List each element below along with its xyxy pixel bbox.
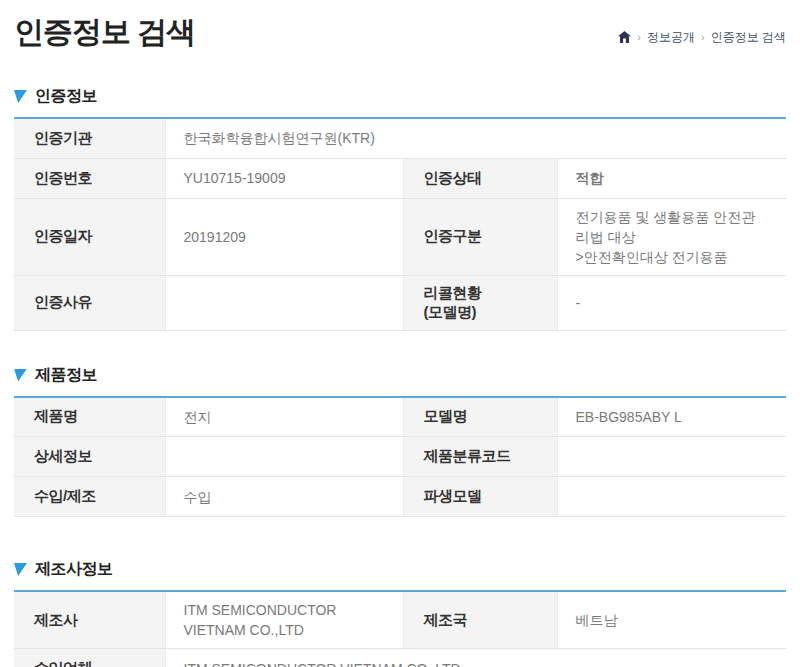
section-header: 인증정보: [14, 86, 786, 107]
section-flag-icon: [14, 90, 27, 103]
certification-table: 인증기관 한국화학융합시험연구원(KTR) 인증번호 YU10715-19009…: [14, 117, 786, 331]
section-flag-icon: [14, 369, 27, 382]
breadcrumb-item-info-disclosure[interactable]: 정보공개: [647, 29, 695, 46]
table-row: 제품명 전지 모델명 EB-BG985ABY L: [14, 397, 786, 437]
home-icon[interactable]: [618, 31, 631, 43]
section-header: 제품정보: [14, 365, 786, 386]
row-label: 인증번호: [14, 158, 165, 198]
row-label: 리콜현황 (모델명): [403, 275, 557, 330]
row-label: 수입업체: [14, 649, 165, 667]
breadcrumb-separator: ›: [637, 31, 641, 43]
table-row: 인증번호 YU10715-19009 인증상태 적합: [14, 158, 786, 198]
row-label: 수입/제조: [14, 477, 165, 517]
table-row: 인증일자 20191209 인증구분 전기용품 및 생활용품 안전관리법 대상 …: [14, 198, 786, 275]
row-value: ITM SEMICONDUCTOR VIETNAM CO.,LTD: [165, 649, 786, 667]
row-label: 인증일자: [14, 198, 165, 275]
label-line: 리콜현황: [424, 284, 539, 303]
row-label: 제조사: [14, 591, 165, 649]
table-row: 인증사유 리콜현황 (모델명) -: [14, 275, 786, 330]
table-row: 제조사 ITM SEMICONDUCTOR VIETNAM CO.,LTD 제조…: [14, 591, 786, 649]
section-title: 제조사정보: [35, 559, 113, 580]
row-label: 제조국: [403, 591, 557, 649]
row-value: [557, 477, 786, 517]
row-value: 수입: [165, 477, 403, 517]
section-title: 인증정보: [35, 86, 97, 107]
section-title: 제품정보: [35, 365, 97, 386]
label-line: (모델명): [424, 303, 539, 322]
row-value: 한국화학융합시험연구원(KTR): [165, 118, 786, 158]
row-label: 인증상태: [403, 158, 557, 198]
page-title: 인증정보 검색: [14, 12, 195, 53]
row-value: [165, 275, 403, 330]
row-label: 인증구분: [403, 198, 557, 275]
value-line: >안전확인대상 전기용품: [576, 247, 769, 267]
row-label: 모델명: [403, 397, 557, 437]
value-line: 전기용품 및 생활용품 안전관리법 대상: [576, 207, 769, 247]
section-manufacturer-info: 제조사정보 제조사 ITM SEMICONDUCTOR VIETNAM CO.,…: [14, 559, 786, 667]
table-row: 인증기관 한국화학융합시험연구원(KTR): [14, 118, 786, 158]
row-value: 20191209: [165, 198, 403, 275]
row-value: [557, 437, 786, 477]
section-certification-info: 인증정보 인증기관 한국화학융합시험연구원(KTR) 인증번호 YU10715-…: [14, 86, 786, 331]
status-value: 적합: [557, 158, 786, 198]
breadcrumb-item-current: 인증정보 검색: [711, 29, 786, 46]
row-value: ITM SEMICONDUCTOR VIETNAM CO.,LTD: [165, 591, 403, 649]
row-value: 전기용품 및 생활용품 안전관리법 대상 >안전확인대상 전기용품: [557, 198, 786, 275]
breadcrumb-separator: ›: [701, 31, 705, 43]
row-value: YU10715-19009: [165, 158, 403, 198]
row-label: 인증기관: [14, 118, 165, 158]
table-row: 상세정보 제품분류코드: [14, 437, 786, 477]
table-row: 수입/제조 수입 파생모델: [14, 477, 786, 517]
row-label: 제품명: [14, 397, 165, 437]
section-flag-icon: [14, 563, 27, 576]
row-value: [165, 437, 403, 477]
row-label: 제품분류코드: [403, 437, 557, 477]
section-header: 제조사정보: [14, 559, 786, 580]
row-value: EB-BG985ABY L: [557, 397, 786, 437]
row-label: 파생모델: [403, 477, 557, 517]
breadcrumb: › 정보공개 › 인증정보 검색: [618, 29, 786, 46]
row-value: -: [557, 275, 786, 330]
manufacturer-table: 제조사 ITM SEMICONDUCTOR VIETNAM CO.,LTD 제조…: [14, 590, 786, 667]
row-value: 전지: [165, 397, 403, 437]
table-row: 수입업체 ITM SEMICONDUCTOR VIETNAM CO.,LTD: [14, 649, 786, 667]
page-header: 인증정보 검색 › 정보공개 › 인증정보 검색: [14, 8, 786, 56]
row-label: 인증사유: [14, 275, 165, 330]
page: 인증정보 검색 › 정보공개 › 인증정보 검색 인증정보 인증기관 한국화학융…: [0, 0, 800, 667]
section-product-info: 제품정보 제품명 전지 모델명 EB-BG985ABY L 상세정보 제품분류코…: [14, 365, 786, 518]
row-label: 상세정보: [14, 437, 165, 477]
row-value: 베트남: [557, 591, 786, 649]
product-table: 제품명 전지 모델명 EB-BG985ABY L 상세정보 제품분류코드 수입/…: [14, 396, 786, 518]
